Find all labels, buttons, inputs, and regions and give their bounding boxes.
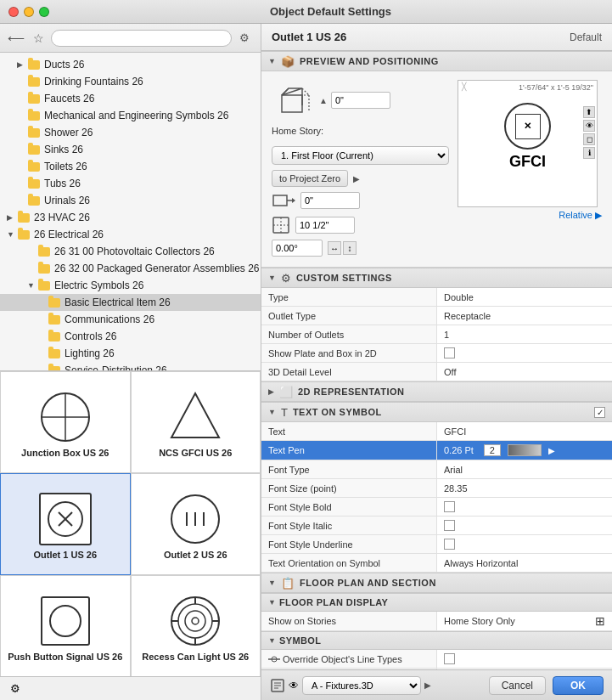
tree-item-mechanical[interactable]: Mechanical and Engineering Symbols 26 [0, 107, 261, 124]
tree-item-electric-symbols[interactable]: ▼ Electric Symbols 26 [0, 277, 261, 294]
folder-icon [27, 93, 41, 104]
offset-icon [272, 192, 297, 209]
text-on-symbol-checkbox[interactable] [594, 407, 605, 418]
settings-gear-icon[interactable]: ⚙ [7, 680, 24, 697]
tree-item-controls[interactable]: Controls 26 [0, 328, 261, 345]
close-button[interactable] [8, 7, 19, 17]
rotation-controls: ↔ ↕ [328, 241, 357, 255]
3d-box-icon [272, 80, 312, 121]
tree-label: 26 31 00 Photovoltaic Collectors 26 [54, 246, 215, 257]
preview-nav-buttons: ⬆ 👁 ◻ ℹ [583, 106, 595, 159]
nav-3d-btn[interactable]: ◻ [583, 133, 595, 145]
prop-row-text-pen[interactable]: Text Pen 0.26 Pt 2 ▶ [261, 441, 612, 460]
tree-item-photovoltaic[interactable]: 26 31 00 Photovoltaic Collectors 26 [0, 243, 261, 260]
search-input[interactable] [51, 30, 232, 47]
tree-item-electrical[interactable]: ▼ 26 Electrical 26 [0, 226, 261, 243]
tree-item-lighting[interactable]: Lighting 26 [0, 345, 261, 362]
right-content: ▼ 📦 PREVIEW AND POSITIONING [261, 51, 612, 669]
nav-info-btn[interactable]: ℹ [583, 147, 595, 159]
section-icon-floor: 📋 [281, 577, 295, 590]
prop-row-font-bold: Font Style Bold [261, 498, 612, 517]
cancel-button[interactable]: Cancel [489, 676, 546, 695]
ok-button[interactable]: OK [553, 676, 604, 695]
grid-item-recess-can[interactable]: Recess Can Light US 26 [131, 575, 261, 676]
tree-item-service[interactable]: Service-Distribution 26 [0, 362, 261, 370]
tree-item-sinks[interactable]: Sinks 26 [0, 141, 261, 158]
pen-arrow-btn[interactable]: ▶ [545, 443, 559, 457]
tree-item-communications[interactable]: Communications 26 [0, 311, 261, 328]
prop-row-3d-detail: 3D Detail Level Off [261, 363, 612, 381]
show-plate-checkbox[interactable] [444, 347, 455, 358]
layer-arrow: ▶ [424, 680, 431, 690]
maximize-button[interactable] [39, 7, 49, 17]
right-panel: Outlet 1 US 26 Default ▼ 📦 PREVIEW AND P… [261, 24, 612, 700]
grid-item-outlet1[interactable]: Outlet 1 US 26 [0, 473, 131, 575]
mirror-v-icon[interactable]: ↕ [343, 241, 357, 255]
override-line-types-checkbox[interactable] [444, 653, 455, 664]
minimize-button[interactable] [24, 7, 34, 17]
settings-icon[interactable]: ⚙ [235, 29, 254, 48]
prop-label: Number of Outlets [261, 325, 437, 343]
layer-select[interactable]: A - Fixtures.3D [302, 676, 421, 695]
font-underline-checkbox[interactable] [444, 539, 455, 550]
prop-value: GFCI [437, 422, 612, 440]
tree-arrow [17, 179, 27, 188]
section-floor-plan-header[interactable]: ▼ 📋 FLOOR PLAN AND SECTION [261, 573, 612, 593]
prop-label: Outlet Type [261, 307, 437, 325]
offset-input[interactable] [300, 192, 360, 209]
section-preview-header[interactable]: ▼ 📦 PREVIEW AND POSITIONING [261, 51, 612, 71]
tree-item-faucets[interactable]: Faucets 26 [0, 90, 261, 107]
tree-item-urinals[interactable]: Urinals 26 [0, 192, 261, 209]
tree-label: Basic Electrical Item 26 [65, 296, 171, 308]
prop-row-font-type: Font Type Arial [261, 460, 612, 479]
mirror-h-icon[interactable]: ↔ [328, 241, 341, 255]
tree-item-generator[interactable]: 26 32 00 Packaged Generator Assemblies 2… [0, 260, 261, 277]
grid-item-outlet2[interactable]: Outlet 2 US 26 [131, 473, 261, 575]
tree-arrow [37, 298, 48, 307]
tree-label: 26 Electrical 26 [34, 229, 104, 240]
right-header: Outlet 1 US 26 Default [261, 24, 612, 51]
section-arrow-2d: ▶ [268, 387, 274, 396]
section-text-header[interactable]: ▼ T TEXT ON SYMBOL [261, 402, 612, 422]
to-project-zero-button[interactable]: to Project Zero [272, 170, 348, 187]
relative-button[interactable]: Relative ▶ [559, 210, 602, 221]
svg-point-17 [192, 618, 199, 624]
grid-item-junction-box[interactable]: Junction Box US 26 [0, 371, 131, 473]
star-icon[interactable]: ☆ [29, 29, 48, 48]
section-custom-header[interactable]: ▼ ⚙ CUSTOM SETTINGS [261, 268, 612, 288]
font-italic-checkbox[interactable] [444, 520, 455, 531]
svg-rect-33 [273, 195, 287, 206]
rotation-input[interactable] [272, 240, 323, 257]
home-story-select[interactable]: 1. First Floor (Current) [272, 146, 449, 165]
tree-item-basic-electrical[interactable]: Basic Electrical Item 26 [0, 294, 261, 311]
tree-item-ducts[interactable]: ▶ Ducts 26 [0, 56, 261, 73]
tree-item-hvac[interactable]: ▶ 23 HVAC 26 [0, 209, 261, 226]
home-story-row: Home Story: [272, 126, 449, 136]
tree-label: Ducts 26 [44, 59, 84, 71]
tree-arrow [17, 196, 27, 205]
tree-item-toilets[interactable]: Toilets 26 [0, 158, 261, 175]
prop-value: Receptacle [437, 307, 612, 325]
svg-line-30 [302, 88, 309, 95]
tree-label: Sinks 26 [44, 144, 83, 155]
tree-item-drinking[interactable]: Drinking Fountains 26 [0, 73, 261, 90]
size-input[interactable] [295, 217, 355, 234]
prop-value [437, 498, 612, 516]
left-bottom-bar: ⚙ [0, 676, 261, 700]
height-input[interactable] [331, 92, 390, 109]
nav-eye-btn[interactable]: 👁 [583, 120, 595, 132]
font-bold-checkbox[interactable] [444, 501, 455, 512]
section-2d-header[interactable]: ▶ ⬜ 2D REPRESENTATION [261, 381, 612, 402]
default-label: Default [570, 31, 602, 43]
grid-item-ncs-gfci[interactable]: NCS GFCI US 26 [131, 371, 261, 473]
prop-label: Font Type [261, 460, 437, 478]
gfci-circle-symbol: ✕ [504, 103, 551, 150]
window-title: Object Default Settings [58, 5, 604, 18]
tree-item-tubs[interactable]: Tubs 26 [0, 175, 261, 192]
prop-label: Text [261, 422, 437, 440]
tree-item-shower[interactable]: Shower 26 [0, 124, 261, 141]
nav-icon[interactable]: ⟵ [7, 29, 25, 48]
grid-item-push-button[interactable]: Push Button Signal US 26 [0, 575, 131, 676]
nav-up-btn[interactable]: ⬆ [583, 106, 595, 118]
tree-arrow [17, 145, 27, 154]
